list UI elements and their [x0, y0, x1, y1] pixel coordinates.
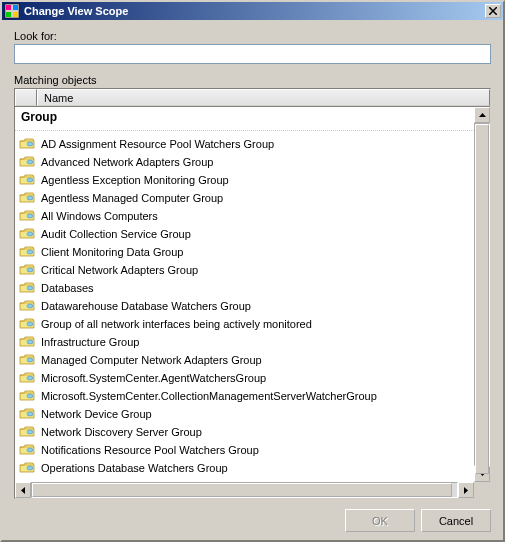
svg-point-12 — [27, 232, 33, 236]
svg-rect-3 — [6, 12, 11, 17]
window-title: Change View Scope — [24, 5, 485, 17]
svg-point-8 — [27, 160, 33, 164]
list-item[interactable]: Microsoft.SystemCenter.CollectionManagem… — [15, 387, 474, 405]
svg-point-19 — [27, 358, 33, 362]
folder-group-icon — [19, 372, 35, 384]
svg-rect-2 — [13, 5, 18, 10]
folder-group-icon — [19, 336, 35, 348]
vertical-scrollbar[interactable] — [474, 107, 490, 482]
list-item[interactable]: Critical Network Adapters Group — [15, 261, 474, 279]
list-item[interactable]: Agentless Exception Monitoring Group — [15, 171, 474, 189]
hscroll-track[interactable] — [31, 482, 458, 498]
app-icon — [4, 3, 20, 19]
list-item-label: Network Discovery Server Group — [41, 426, 202, 438]
list-item[interactable]: Managed Computer Network Adapters Group — [15, 351, 474, 369]
svg-point-17 — [27, 322, 33, 326]
group-header: Group — [15, 107, 474, 131]
svg-marker-29 — [464, 487, 468, 494]
folder-group-icon — [19, 300, 35, 312]
svg-point-25 — [27, 466, 33, 470]
folder-group-icon — [19, 156, 35, 168]
folder-group-icon — [19, 462, 35, 474]
hscroll-thumb[interactable] — [32, 483, 452, 497]
folder-group-icon — [19, 390, 35, 402]
svg-marker-28 — [21, 487, 25, 494]
scroll-corner — [474, 482, 490, 498]
scroll-right-button[interactable] — [458, 482, 474, 498]
list-item[interactable]: Microsoft.SystemCenter.AgentWatchersGrou… — [15, 369, 474, 387]
folder-group-icon — [19, 174, 35, 186]
button-row: OK Cancel — [14, 499, 491, 532]
list-item-label: Databases — [41, 282, 94, 294]
folder-group-icon — [19, 138, 35, 150]
list-item[interactable]: Advanced Network Adapters Group — [15, 153, 474, 171]
change-view-scope-dialog: Change View Scope Look for: Matching obj… — [0, 0, 505, 542]
list-item[interactable]: Infrastructure Group — [15, 333, 474, 351]
folder-group-icon — [19, 426, 35, 438]
list-item-label: AD Assignment Resource Pool Watchers Gro… — [41, 138, 274, 150]
list-item-label: Operations Database Watchers Group — [41, 462, 228, 474]
list-item[interactable]: Network Device Group — [15, 405, 474, 423]
list-item-label: All Windows Computers — [41, 210, 158, 222]
folder-group-icon — [19, 210, 35, 222]
close-button[interactable] — [485, 4, 501, 18]
content-area: Look for: Matching objects Name Group AD… — [2, 20, 503, 540]
list-item-label: Microsoft.SystemCenter.AgentWatchersGrou… — [41, 372, 266, 384]
svg-rect-1 — [6, 5, 11, 10]
vscroll-thumb[interactable] — [475, 124, 489, 474]
folder-group-icon — [19, 228, 35, 240]
column-header-icon[interactable] — [15, 89, 37, 106]
svg-point-23 — [27, 430, 33, 434]
look-for-input[interactable] — [14, 44, 491, 64]
list-item-label: Audit Collection Service Group — [41, 228, 191, 240]
list-item[interactable]: Network Discovery Server Group — [15, 423, 474, 441]
list-item[interactable]: Group of all network interfaces being ac… — [15, 315, 474, 333]
svg-marker-26 — [479, 113, 486, 117]
list-item-label: Agentless Managed Computer Group — [41, 192, 223, 204]
svg-point-10 — [27, 196, 33, 200]
list-item-label: Microsoft.SystemCenter.CollectionManagem… — [41, 390, 377, 402]
vscroll-track[interactable] — [474, 123, 490, 466]
object-list: Name Group AD Assignment Resource Pool W… — [14, 88, 491, 499]
svg-rect-4 — [13, 12, 18, 17]
list-item[interactable]: Notifications Resource Pool Watchers Gro… — [15, 441, 474, 459]
folder-group-icon — [19, 354, 35, 366]
list-item-label: Group of all network interfaces being ac… — [41, 318, 312, 330]
svg-point-15 — [27, 286, 33, 290]
horizontal-scrollbar[interactable] — [15, 482, 474, 498]
list-item[interactable]: Agentless Managed Computer Group — [15, 189, 474, 207]
cancel-button[interactable]: Cancel — [421, 509, 491, 532]
column-header-name[interactable]: Name — [37, 89, 490, 106]
svg-point-22 — [27, 412, 33, 416]
svg-point-18 — [27, 340, 33, 344]
svg-point-9 — [27, 178, 33, 182]
folder-group-icon — [19, 192, 35, 204]
scroll-up-button[interactable] — [474, 107, 490, 123]
svg-point-13 — [27, 250, 33, 254]
list-item[interactable]: Databases — [15, 279, 474, 297]
list-item[interactable]: Client Monitoring Data Group — [15, 243, 474, 261]
list-item-label: Infrastructure Group — [41, 336, 139, 348]
list-item-label: Critical Network Adapters Group — [41, 264, 198, 276]
matching-objects-label: Matching objects — [14, 74, 491, 86]
svg-point-11 — [27, 214, 33, 218]
folder-group-icon — [19, 408, 35, 420]
svg-point-24 — [27, 448, 33, 452]
list-item[interactable]: Datawarehouse Database Watchers Group — [15, 297, 474, 315]
titlebar: Change View Scope — [2, 2, 503, 20]
list-item[interactable]: AD Assignment Resource Pool Watchers Gro… — [15, 135, 474, 153]
list-item[interactable]: Operations Database Watchers Group — [15, 459, 474, 477]
scroll-left-button[interactable] — [15, 482, 31, 498]
list-item-label: Datawarehouse Database Watchers Group — [41, 300, 251, 312]
ok-button[interactable]: OK — [345, 509, 415, 532]
list-item[interactable]: All Windows Computers — [15, 207, 474, 225]
svg-point-21 — [27, 394, 33, 398]
list-item-label: Advanced Network Adapters Group — [41, 156, 213, 168]
svg-point-7 — [27, 142, 33, 146]
svg-point-14 — [27, 268, 33, 272]
list-item[interactable]: Audit Collection Service Group — [15, 225, 474, 243]
list-item-label: Notifications Resource Pool Watchers Gro… — [41, 444, 259, 456]
folder-group-icon — [19, 264, 35, 276]
svg-point-20 — [27, 376, 33, 380]
look-for-label: Look for: — [14, 30, 491, 42]
